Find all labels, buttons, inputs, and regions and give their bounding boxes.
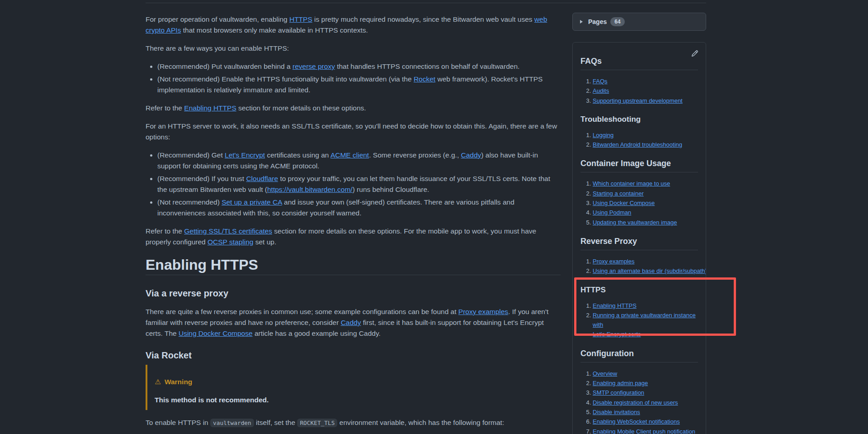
sidebar-link[interactable]: Enabling admin page (593, 380, 648, 386)
link-proxy-examples[interactable]: Proxy examples (458, 308, 508, 315)
sidebar-list-item: Using an alternate base dir (subdir/subp… (593, 266, 698, 276)
sidebar-list: Logging Bitwarden Android troubleshootin… (580, 130, 698, 150)
sidebar-link[interactable]: Starting a container (593, 190, 644, 197)
text-segment: that handles HTTPS connections on behalf… (335, 62, 519, 70)
sidebar-section-title-configuration: Configuration (580, 348, 698, 362)
sidebar-list-item: Overview (593, 369, 698, 378)
text-segment: article has a good example using Caddy. (253, 329, 381, 337)
sidebar-link[interactable]: Updating the vaultwarden image (593, 219, 677, 226)
paragraph: There are quite a few reverse proxies in… (146, 306, 561, 339)
link-acme-client[interactable]: ACME client (330, 151, 369, 159)
heading-enabling-https: Enabling HTTPS (146, 256, 561, 275)
text-segment: section for more details on these option… (236, 104, 366, 112)
sidebar-list: Enabling HTTPS Running a private vaultwa… (580, 301, 698, 339)
sidebar-link[interactable]: Enabling HTTPS (593, 302, 637, 309)
text-segment: ) runs behind Cloudflare. (353, 186, 429, 193)
sidebar-link[interactable]: Using an alternate base dir (subdir/subp… (593, 267, 706, 274)
sidebar-link[interactable]: SMTP configuration (593, 389, 644, 396)
paragraph: Refer to the Getting SSL/TLS certificate… (146, 226, 561, 248)
sidebar-section-title-troubleshooting: Troubleshooting (580, 114, 698, 124)
warning-title: ⚠Warning (155, 377, 553, 387)
sidebar-list-item: Disable invitations (593, 407, 698, 417)
text-segment: To enable HTTPS in (146, 419, 210, 426)
list-item: (Recommended) If you trust Cloudflare to… (157, 173, 561, 195)
sidebar-section-title-faqs: FAQs (580, 56, 698, 70)
heading-via-reverse-proxy: Via a reverse proxy (146, 288, 561, 299)
sidebar-list: Overview Enabling admin page SMTP config… (580, 369, 698, 434)
inline-code: ROCKET_TLS (297, 419, 337, 427)
sidebar-section-title-reverse-proxy: Reverse Proxy (580, 236, 698, 250)
sidebar-link[interactable]: FAQs (593, 78, 608, 85)
link-cloudflare[interactable]: Cloudflare (246, 175, 278, 182)
list-item: (Recommended) Put vaultwarden behind a r… (157, 61, 561, 72)
text-segment: Refer to the (146, 104, 184, 112)
sidebar-link[interactable]: Which container image to use (593, 180, 670, 187)
pencil-icon (691, 50, 698, 57)
sidebar-link[interactable]: Disable registration of new users (593, 399, 678, 406)
link-set-up-private-ca[interactable]: Set up a private CA (222, 198, 282, 206)
sidebar-list-item: Starting a container (593, 189, 698, 198)
sidebar-link[interactable]: Audits (593, 87, 609, 94)
heading-via-rocket: Via Rocket (146, 350, 561, 361)
pages-label: Pages (588, 16, 607, 27)
sidebar-link[interactable]: Disable invitations (593, 409, 640, 415)
text-segment: (Not recommended) (157, 198, 222, 206)
paragraph: For proper operation of vaultwarden, ena… (146, 14, 561, 36)
link-enabling-https[interactable]: Enabling HTTPS (184, 104, 236, 112)
link-ocsp-stapling[interactable]: OCSP stapling (208, 238, 253, 246)
pages-toggle[interactable]: Pages 64 (572, 13, 706, 31)
sidebar-list-item: Enabling admin page (593, 378, 698, 388)
warning-icon: ⚠ (155, 378, 161, 386)
link-caddy[interactable]: Caddy (461, 151, 481, 159)
sidebar-list-item: Which container image to use (593, 179, 698, 188)
sidebar-link[interactable]: Enabling WebSocket notifications (593, 418, 680, 425)
list-item: (Not recommended) Enable the HTTPS funct… (157, 74, 561, 95)
text-segment: (Recommended) If you trust (157, 175, 246, 182)
sidebar-list-item: Logging (593, 130, 698, 140)
options-list: (Recommended) Put vaultwarden behind a r… (146, 61, 561, 95)
text-segment: (Recommended) Put vaultwarden behind a (157, 62, 292, 70)
sidebar-list-item: Using Docker Compose (593, 198, 698, 208)
link-using-docker-compose[interactable]: Using Docker Compose (179, 329, 253, 337)
sidebar-link[interactable]: Running a private vaultwarden instance w… (593, 310, 698, 339)
link-getting-ssl-tls-certificates[interactable]: Getting SSL/TLS certificates (184, 227, 272, 235)
sidebar-link[interactable]: Using Podman (593, 209, 631, 216)
link-vault-bitwarden[interactable]: https://vault.bitwarden.com/ (267, 186, 353, 193)
sidebar-link[interactable]: Bitwarden Android troubleshooting (593, 141, 682, 148)
text-segment: certificates using an (265, 151, 330, 159)
sidebar-link[interactable]: Using Docker Compose (593, 200, 655, 206)
inline-code: vaultwarden (210, 419, 254, 427)
link-lets-encrypt[interactable]: Let's Encrypt (225, 151, 265, 159)
sidebar-link[interactable]: Logging (593, 132, 613, 138)
sidebar-list-item: Supporting upstream development (593, 96, 698, 105)
sidebar-list-item: Enabling Mobile Client push notification (593, 427, 698, 434)
sidebar-list-item: Using Podman (593, 208, 698, 217)
edit-sidebar-button[interactable] (690, 49, 699, 59)
sidebar-list: FAQs Audits Supporting upstream developm… (580, 76, 698, 105)
paragraph: There are a few ways you can enable HTTP… (146, 43, 561, 54)
sidebar-list-item: Audits (593, 86, 698, 95)
text-segment: (Recommended) Get (157, 151, 225, 159)
link-reverse-proxy[interactable]: reverse proxy (292, 62, 335, 70)
sidebar-section-title-container-image-usage: Container Image Usage (580, 158, 698, 172)
text-segment: For proper operation of vaultwarden, ena… (146, 15, 289, 23)
link-rocket[interactable]: Rocket (414, 75, 435, 83)
sidebar-link[interactable]: Overview (593, 370, 617, 377)
sidebar-link[interactable]: Supporting upstream development (593, 97, 683, 104)
wiki-content: For proper operation of vaultwarden, ena… (146, 3, 561, 434)
sidebar-link[interactable]: Enabling Mobile Client push notification (593, 428, 695, 434)
link-caddy-2[interactable]: Caddy (341, 319, 361, 326)
text-segment: There are quite a few reverse proxies in… (146, 308, 458, 315)
sidebar-list-item: SMTP configuration (593, 388, 698, 397)
chevron-right-icon (580, 20, 583, 24)
sidebar-list-item: Running a private vaultwarden instance w… (593, 310, 698, 339)
list-item: (Recommended) Get Let's Encrypt certific… (157, 150, 561, 172)
paragraph: Refer to the Enabling HTTPS section for … (146, 103, 561, 114)
sidebar-list: Which container image to use Starting a … (580, 179, 698, 227)
text-segment: Refer to the (146, 227, 184, 235)
warning-title-text: Warning (165, 378, 192, 386)
sidebar-link[interactable]: Proxy examples (593, 258, 634, 265)
text-segment: set up. (253, 238, 276, 246)
text-segment: environment variable, which has the foll… (337, 419, 504, 426)
link-https[interactable]: HTTPS (289, 15, 312, 23)
